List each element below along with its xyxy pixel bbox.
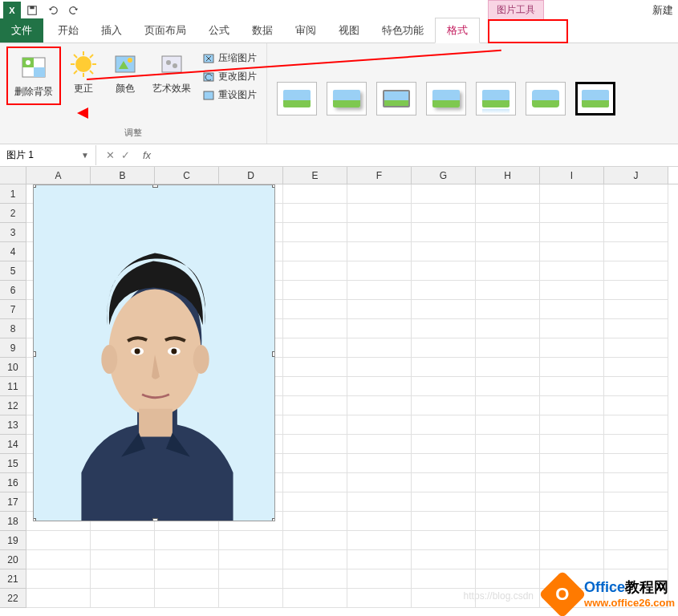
cell[interactable] xyxy=(604,435,668,454)
cell[interactable] xyxy=(604,261,668,281)
cell[interactable] xyxy=(412,454,476,473)
inserted-picture[interactable] xyxy=(33,184,275,521)
cell[interactable] xyxy=(604,377,668,396)
tab-review[interactable]: 审阅 xyxy=(284,18,327,43)
cell[interactable] xyxy=(540,415,604,435)
resize-handle-nw[interactable] xyxy=(33,184,36,188)
cell[interactable] xyxy=(412,415,476,435)
cell[interactable] xyxy=(604,454,668,473)
cell[interactable] xyxy=(476,569,540,589)
tab-file[interactable]: 文件 xyxy=(0,18,43,43)
cell[interactable] xyxy=(283,242,347,261)
cell[interactable] xyxy=(412,223,476,242)
cell[interactable] xyxy=(540,338,604,358)
row-header[interactable]: 6 xyxy=(0,281,26,300)
cell[interactable] xyxy=(347,319,412,338)
cell[interactable] xyxy=(155,589,219,608)
resize-handle-w[interactable] xyxy=(33,351,36,357)
cell[interactable] xyxy=(347,454,412,473)
cell[interactable] xyxy=(476,396,540,415)
row-header[interactable]: 20 xyxy=(0,550,26,569)
cell[interactable] xyxy=(283,358,347,377)
confirm-formula-button[interactable]: ✓ xyxy=(121,149,130,161)
cell[interactable] xyxy=(540,300,604,319)
cell[interactable] xyxy=(476,281,540,300)
cell[interactable] xyxy=(476,377,540,396)
corrections-button[interactable]: 更正 xyxy=(64,47,103,105)
picture-style-4[interactable] xyxy=(426,82,466,116)
fx-label[interactable]: fx xyxy=(136,149,151,161)
picture-style-6[interactable] xyxy=(526,82,566,116)
cell[interactable] xyxy=(283,492,347,512)
artistic-effects-button[interactable]: 艺术效果 xyxy=(148,47,196,105)
cell[interactable] xyxy=(347,204,412,223)
cell[interactable] xyxy=(540,531,604,550)
cell[interactable] xyxy=(347,242,412,261)
cell[interactable] xyxy=(476,454,540,473)
col-header-J[interactable]: J xyxy=(604,167,668,184)
cell[interactable] xyxy=(540,396,604,415)
cell[interactable] xyxy=(412,184,476,204)
cell[interactable] xyxy=(476,550,540,569)
cell[interactable] xyxy=(476,319,540,338)
cell[interactable] xyxy=(604,512,668,531)
picture-style-1[interactable] xyxy=(277,82,317,116)
row-header[interactable]: 13 xyxy=(0,415,26,435)
col-header-B[interactable]: B xyxy=(91,167,155,184)
row-header[interactable]: 21 xyxy=(0,569,26,589)
cell[interactable] xyxy=(604,204,668,223)
cell[interactable] xyxy=(476,300,540,319)
select-all-corner[interactable] xyxy=(0,167,26,184)
cell[interactable] xyxy=(283,550,347,569)
cell[interactable] xyxy=(476,184,540,204)
picture-style-5[interactable] xyxy=(476,82,516,116)
row-header[interactable]: 17 xyxy=(0,492,26,512)
compress-pictures-button[interactable]: 压缩图片 xyxy=(199,50,260,67)
cell[interactable] xyxy=(604,415,668,435)
cell[interactable] xyxy=(540,281,604,300)
cell[interactable] xyxy=(155,550,219,569)
remove-background-button[interactable]: 删除背景 xyxy=(10,50,58,102)
col-header-F[interactable]: F xyxy=(347,167,412,184)
tab-layout[interactable]: 页面布局 xyxy=(133,18,197,43)
row-header[interactable]: 8 xyxy=(0,319,26,338)
cell[interactable] xyxy=(604,358,668,377)
cell[interactable] xyxy=(476,473,540,492)
cell[interactable] xyxy=(540,242,604,261)
cell[interactable] xyxy=(476,223,540,242)
cell[interactable] xyxy=(412,569,476,589)
tab-format[interactable]: 格式 xyxy=(435,18,480,43)
cell[interactable] xyxy=(412,261,476,281)
cell[interactable] xyxy=(476,492,540,512)
cell[interactable] xyxy=(604,184,668,204)
cell[interactable] xyxy=(283,512,347,531)
cell[interactable] xyxy=(155,569,219,589)
cell[interactable] xyxy=(347,473,412,492)
cell[interactable] xyxy=(347,531,412,550)
row-header[interactable]: 9 xyxy=(0,338,26,358)
cell[interactable] xyxy=(412,281,476,300)
cell[interactable] xyxy=(412,435,476,454)
cell[interactable] xyxy=(604,338,668,358)
cell[interactable] xyxy=(476,242,540,261)
cell[interactable] xyxy=(540,377,604,396)
cell[interactable] xyxy=(283,454,347,473)
tab-home[interactable]: 开始 xyxy=(47,18,90,43)
cell[interactable] xyxy=(347,512,412,531)
cell[interactable] xyxy=(347,358,412,377)
cell[interactable] xyxy=(604,550,668,569)
save-button[interactable] xyxy=(22,2,42,19)
cell[interactable] xyxy=(412,358,476,377)
cell[interactable] xyxy=(347,435,412,454)
row-header[interactable]: 12 xyxy=(0,396,26,415)
resize-handle-e[interactable] xyxy=(272,351,275,357)
cell[interactable] xyxy=(219,550,283,569)
resize-handle-n[interactable] xyxy=(152,184,158,188)
col-header-H[interactable]: H xyxy=(476,167,540,184)
name-box-dropdown-icon[interactable]: ▼ xyxy=(81,151,89,160)
cell[interactable] xyxy=(283,569,347,589)
cell[interactable] xyxy=(283,223,347,242)
tab-view[interactable]: 视图 xyxy=(327,18,371,43)
cell[interactable] xyxy=(91,531,155,550)
cell[interactable] xyxy=(347,281,412,300)
